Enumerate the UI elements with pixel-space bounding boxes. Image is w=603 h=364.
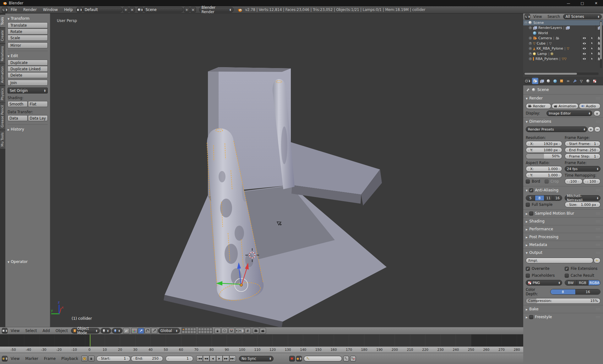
expand-icon[interactable]: + xyxy=(529,57,532,60)
color-depth-16[interactable]: 16 xyxy=(576,289,600,294)
selectable-cursor-icon[interactable] xyxy=(590,57,594,61)
delete-keyframe-button[interactable]: × xyxy=(350,356,356,361)
time-remap-old-field[interactable]: :100 xyxy=(565,179,583,184)
outliner-row-scene[interactable]: − Scene xyxy=(523,20,603,25)
remove-preset-button[interactable]: − xyxy=(594,126,600,132)
layers-grid-2[interactable] xyxy=(198,328,213,334)
manipulator-toggle[interactable] xyxy=(131,328,138,334)
selectable-cursor-icon[interactable] xyxy=(590,36,594,40)
aa-samples-5[interactable]: 5 xyxy=(526,195,535,201)
tab-object[interactable] xyxy=(558,78,565,84)
viewport-shading-dropdown[interactable] xyxy=(100,328,111,334)
visibility-eye-icon[interactable] xyxy=(582,46,586,51)
timeline-ruler[interactable]: -50-40-30-20-100102030405060708090100110… xyxy=(0,346,523,353)
outliner-horizontal-scrollbar[interactable] xyxy=(524,72,599,75)
outliner-row-renderlayers[interactable]: + RenderLayers | xyxy=(523,25,603,31)
play-reverse-button[interactable]: ◀ xyxy=(209,356,216,361)
snap-magnet-button[interactable] xyxy=(228,328,235,334)
layout-icon[interactable] xyxy=(77,7,82,13)
lock-time-button[interactable] xyxy=(88,356,95,361)
opengl-render-button[interactable] xyxy=(253,328,259,334)
add-scene-button[interactable]: + xyxy=(184,7,190,13)
viewport-3d[interactable]: y z x User Persp (1) collider xyxy=(50,13,523,327)
crop-checkbox[interactable] xyxy=(545,179,549,184)
menu-render[interactable]: Render xyxy=(20,8,40,12)
pivot-point-dropdown[interactable] xyxy=(112,328,122,334)
view3d-menu-select[interactable]: Select xyxy=(23,329,39,333)
aspect-x-field[interactable]: X:1.000 xyxy=(526,166,562,172)
delete-scene-button[interactable]: × xyxy=(190,7,196,13)
end-frame-field[interactable]: End Frame:250 xyxy=(565,147,600,153)
view3d-menu-object[interactable]: Object xyxy=(53,329,70,333)
tab-object-data[interactable]: ▽ xyxy=(578,78,584,84)
shade-smooth-button[interactable]: Smooth xyxy=(8,101,28,107)
visibility-eye-icon[interactable] xyxy=(582,57,586,61)
placeholders-checkbox[interactable] xyxy=(526,274,530,278)
tab-material[interactable] xyxy=(585,78,591,84)
resolution-y-field[interactable]: Y:1080 px xyxy=(526,147,562,153)
duplicate-linked-button[interactable]: Duplicate Linked xyxy=(8,66,48,72)
transform-panel-header[interactable]: Transform xyxy=(8,16,48,21)
add-preset-button[interactable]: + xyxy=(588,126,594,132)
data-button[interactable]: Data xyxy=(8,115,28,121)
color-depth-8[interactable]: 8 xyxy=(551,289,576,294)
outliner-row-camera[interactable]: + Camera | xyxy=(523,36,603,41)
output-section-header[interactable]: Output xyxy=(523,249,603,256)
jump-to-end-button[interactable]: ▶▶| xyxy=(229,356,236,361)
insert-keyframe-button[interactable] xyxy=(343,356,349,361)
shading-section-header[interactable]: Shading xyxy=(523,217,603,225)
tab-grease-pencil[interactable]: Grease Pencil xyxy=(0,103,5,130)
outliner-row-lamp[interactable]: + Lamp | xyxy=(523,51,603,56)
tab-mu-tools[interactable]: Mu Tools xyxy=(0,130,5,149)
previous-keyframe-button[interactable]: ◀◀ xyxy=(203,356,209,361)
time-remap-new-field[interactable]: : 100 xyxy=(583,179,601,184)
pivot-align-toggle[interactable]: ⇄ xyxy=(123,328,129,334)
color-mode-rgba[interactable]: RGBA xyxy=(589,280,600,285)
minimize-button[interactable]: — xyxy=(562,0,575,6)
tab-texture[interactable] xyxy=(591,78,598,84)
scene-field[interactable]: Scene xyxy=(143,7,183,13)
end-frame-field[interactable]: End:250 xyxy=(131,356,163,361)
output-path-field[interactable]: /tmp\ xyxy=(526,258,593,263)
render-section-header[interactable]: Render xyxy=(523,94,603,102)
render-animation-button[interactable]: Animation xyxy=(551,103,579,109)
manipulator-rotate-button[interactable] xyxy=(144,328,151,334)
jump-to-start-button[interactable]: |◀◀ xyxy=(196,356,203,361)
motion-blur-checkbox[interactable] xyxy=(529,211,533,216)
view3d-editor-selector[interactable] xyxy=(2,328,8,334)
viewport-canvas[interactable]: y z x xyxy=(50,13,523,327)
selectable-cursor-icon[interactable] xyxy=(590,41,594,45)
rotate-button[interactable]: Rotate xyxy=(8,29,48,35)
aa-samples-16[interactable]: 16 xyxy=(553,195,562,201)
use-preview-range-button[interactable] xyxy=(81,356,88,361)
outliner-row-rba-pylonen[interactable]: + RBA_Pylonen |▽▽ xyxy=(523,56,603,62)
pin-icon[interactable] xyxy=(526,88,530,92)
visibility-eye-icon[interactable] xyxy=(582,52,586,56)
expand-icon[interactable]: + xyxy=(529,37,532,40)
selectable-cursor-icon[interactable] xyxy=(590,47,594,51)
editor-type-selector[interactable] xyxy=(2,7,8,13)
freestyle-section-header[interactable]: Freestyle xyxy=(523,313,603,321)
current-frame-field[interactable]: 1 xyxy=(166,356,193,361)
collapse-icon[interactable]: − xyxy=(524,21,527,24)
full-sample-checkbox[interactable] xyxy=(526,203,530,207)
freestyle-checkbox[interactable] xyxy=(529,315,533,319)
scale-button[interactable]: Scale xyxy=(8,35,48,41)
render-engine-dropdown[interactable]: Blender Render xyxy=(199,7,234,13)
metadata-section-header[interactable]: Metadata xyxy=(523,241,603,249)
set-origin-dropdown[interactable]: Set Origin xyxy=(8,88,48,94)
data-layout-button[interactable]: Data Lay xyxy=(28,115,48,121)
outliner-menu-view[interactable]: View xyxy=(531,14,544,19)
keying-set-icon-button[interactable]: ◆ xyxy=(296,356,302,361)
mode-dropdown[interactable]: Object Mode xyxy=(71,328,100,334)
border-checkbox[interactable] xyxy=(526,179,530,184)
expand-icon[interactable]: + xyxy=(529,52,532,55)
operator-panel-header[interactable]: Operator xyxy=(8,260,48,264)
anti-aliasing-section-header[interactable]: Anti-Aliasing xyxy=(523,186,603,194)
view3d-menu-view[interactable]: View xyxy=(8,329,22,333)
scene-icon[interactable] xyxy=(138,7,143,13)
outliner-row-kk-rba-pylone[interactable]: + Y KK_RBA_Pylone |▽ xyxy=(523,46,603,51)
timeline-menu-frame[interactable]: Frame xyxy=(41,356,58,361)
expand-icon[interactable]: + xyxy=(529,42,532,45)
display-dropdown[interactable]: Image Editor xyxy=(546,110,592,116)
